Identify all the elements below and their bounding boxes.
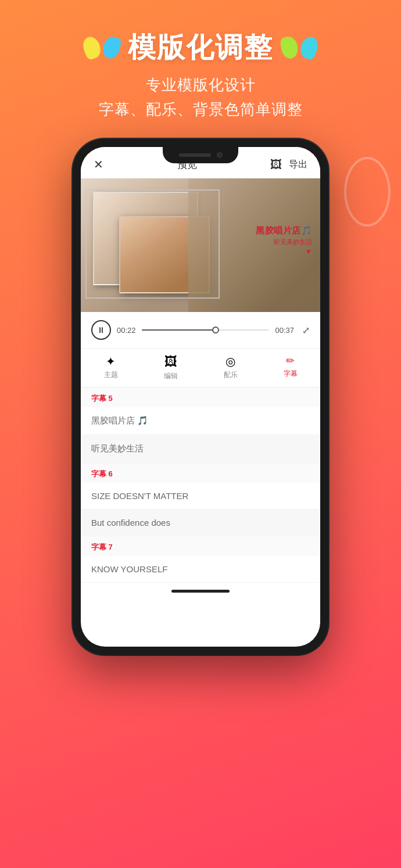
overlay-subtitle: 听见美妙生活 (256, 238, 312, 246)
caption-section: 字幕 5 黑胶唱片店 🎵 听见美妙生活 字幕 6 SIZE DOESN'T MA… (81, 388, 320, 583)
phone-notch (163, 147, 238, 163)
progress-fill (142, 329, 216, 331)
edit-icon: 🖼 (164, 354, 177, 370)
caption-5-text-1: 黑胶唱片店 🎵 (91, 415, 148, 426)
caption-6-text-1: SIZE DOESN'T MATTER (91, 491, 188, 501)
caption-5-field-2[interactable]: 听见美妙生活 (81, 435, 320, 463)
caption-7-text-1: KNOW YOURSELF (91, 564, 167, 574)
notch-speaker (179, 153, 211, 157)
tab-caption[interactable]: ✏ 字幕 (260, 349, 320, 387)
header-section: 模版化调整 专业模版化设计 字幕、配乐、背景色简单调整 (0, 0, 401, 133)
nav-actions: 🖼 导出 (270, 158, 307, 171)
theme-icon: ✦ (106, 354, 116, 368)
tab-theme[interactable]: ✦ 主题 (81, 349, 141, 387)
phone-screen: ✕ 预览 🖼 导出 黑胶唱片店🎵 听见美妙 (81, 147, 320, 647)
blob-green (280, 35, 299, 60)
caption-7-header: 字幕 7 (81, 536, 320, 556)
progress-bar[interactable] (142, 329, 270, 331)
notch-camera (217, 152, 223, 158)
tab-edit[interactable]: 🖼 编辑 (141, 349, 201, 387)
caption-group-5: 字幕 5 黑胶唱片店 🎵 听见美妙生活 (81, 388, 320, 463)
home-indicator (171, 590, 230, 593)
expand-icon[interactable]: ⤢ (302, 325, 310, 336)
time-end: 00:37 (275, 326, 294, 335)
time-start: 00:22 (117, 326, 136, 335)
blob-yellow (80, 34, 103, 60)
overlay-dropdown-icon: ▼ (256, 248, 312, 256)
pause-icon: ⏸ (97, 325, 105, 335)
tab-edit-label: 编辑 (164, 371, 178, 381)
phone-bottom-bar (81, 583, 320, 599)
overlay-title: 黑胶唱片店🎵 (256, 225, 312, 236)
play-pause-button[interactable]: ⏸ (91, 320, 111, 340)
export-button[interactable]: 导出 (289, 159, 307, 171)
caption-icon: ✏ (286, 354, 295, 367)
caption-6-text-2: But confidence does (91, 518, 170, 528)
tab-music-label: 配乐 (224, 370, 238, 380)
subtitle: 专业模版化设计 字幕、配乐、背景色简单调整 (99, 73, 303, 121)
video-overlay: 黑胶唱片店🎵 听见美妙生活 ▼ (256, 225, 312, 256)
tab-music[interactable]: ◎ 配乐 (201, 349, 260, 387)
page-title: 模版化调整 (128, 29, 273, 66)
blob-cyan (298, 34, 320, 60)
deco-circle (344, 157, 391, 227)
caption-5-field-1[interactable]: 黑胶唱片店 🎵 (81, 407, 320, 435)
close-icon[interactable]: ✕ (94, 157, 103, 171)
phone-wrapper: ✕ 预览 🖼 导出 黑胶唱片店🎵 听见美妙 (73, 139, 328, 655)
phone-frame: ✕ 预览 🖼 导出 黑胶唱片店🎵 听见美妙 (73, 139, 328, 655)
progress-thumb[interactable] (212, 327, 219, 333)
caption-5-header: 字幕 5 (81, 388, 320, 407)
caption-group-6: 字幕 6 SIZE DOESN'T MATTER But confidence … (81, 463, 320, 536)
music-icon: ◎ (225, 354, 235, 368)
tab-caption-label: 字幕 (284, 369, 298, 379)
caption-group-7: 字幕 7 KNOW YOURSELF (81, 536, 320, 583)
caption-7-field-1[interactable]: KNOW YOURSELF (81, 556, 320, 583)
tab-bar: ✦ 主题 🖼 编辑 ◎ 配乐 ✏ 字幕 (81, 348, 320, 388)
caption-6-header: 字幕 6 (81, 463, 320, 483)
playback-controls: ⏸ 00:22 00:37 ⤢ (81, 312, 320, 348)
blob-blue (101, 35, 123, 60)
tab-theme-label: 主题 (104, 370, 118, 380)
video-preview: 黑胶唱片店🎵 听见美妙生活 ▼ (81, 178, 320, 312)
caption-6-field-1[interactable]: SIZE DOESN'T MATTER (81, 483, 320, 510)
export-image-icon: 🖼 (270, 158, 282, 171)
caption-5-text-2: 听见美妙生活 (91, 443, 144, 454)
caption-6-field-2[interactable]: But confidence does (81, 510, 320, 536)
